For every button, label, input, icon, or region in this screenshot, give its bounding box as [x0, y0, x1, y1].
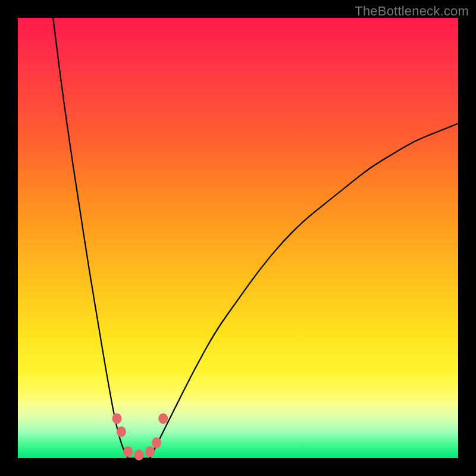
plot-area [18, 18, 458, 458]
curve-left-branch [53, 18, 128, 458]
curve-right-branch [150, 124, 458, 458]
curve-marker [117, 427, 126, 437]
chart-frame: TheBottleneck.com [0, 0, 476, 476]
curve-marker [158, 413, 168, 424]
curve-marker [152, 437, 161, 448]
curve-marker [123, 446, 133, 457]
curve-marker [112, 413, 122, 424]
curve-marker [145, 446, 155, 457]
bottleneck-curve [53, 18, 458, 458]
watermark-text: TheBottleneck.com [355, 4, 469, 19]
curve-svg [18, 18, 458, 458]
curve-marker [134, 450, 144, 461]
curve-markers [112, 413, 168, 460]
